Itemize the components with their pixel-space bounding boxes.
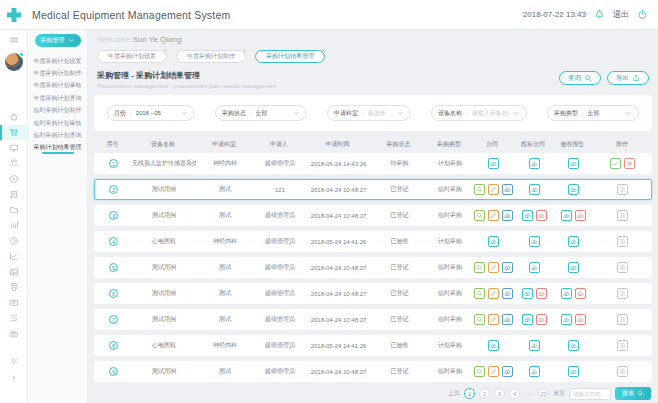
- module-dropdown-button[interactable]: 采购管理: [35, 34, 81, 47]
- doc-button[interactable]: [617, 236, 628, 247]
- page-number-button[interactable]: 1: [464, 388, 475, 399]
- rail-item-bar-chart[interactable]: [0, 218, 27, 234]
- page-jump-input[interactable]: [569, 388, 611, 400]
- edit-button[interactable]: [488, 184, 499, 195]
- tab-pill[interactable]: 年度采购计划制作: [176, 50, 246, 63]
- upload-button[interactable]: [568, 340, 579, 351]
- upload-button[interactable]: [522, 314, 533, 325]
- rail-item-home[interactable]: [0, 109, 27, 125]
- rail-item-building[interactable]: [0, 187, 27, 203]
- confirm-button[interactable]: [610, 158, 621, 169]
- export-action-button[interactable]: 导出: [607, 71, 649, 85]
- table-row[interactable]: 2测试用例测试1212018-04-24 10:48:27已登记临时采购: [94, 179, 652, 200]
- edit-button[interactable]: [488, 262, 499, 273]
- rail-item-users[interactable]: [0, 156, 27, 172]
- upload-button[interactable]: [568, 236, 579, 247]
- filter-select[interactable]: 采购状态|全部: [215, 105, 307, 121]
- sidebar-menu-item[interactable]: 年度采购计划制作: [28, 67, 87, 79]
- sidebar-menu-item[interactable]: 年度采购计划设置: [28, 55, 87, 67]
- page-number-button[interactable]: 3: [494, 388, 505, 399]
- table-row[interactable]: 6测试用例测试超级管理员2018-04-24 10:48:27已登记临时采购: [94, 283, 652, 304]
- rail-item-printer[interactable]: [0, 280, 27, 296]
- delete-button[interactable]: [536, 314, 547, 325]
- rail-item-image[interactable]: [0, 264, 27, 280]
- upload-button[interactable]: [529, 366, 540, 377]
- doc-button[interactable]: [617, 210, 628, 221]
- delete-button[interactable]: [536, 210, 547, 221]
- view-button[interactable]: [474, 262, 485, 273]
- edit-button[interactable]: [488, 288, 499, 299]
- download-button[interactable]: [502, 314, 513, 325]
- table-row[interactable]: 1无线胎儿监护传感器系统神经内科超级管理员2018-05-24 14:43:26…: [94, 153, 652, 174]
- page-search-button[interactable]: 搜索: [615, 387, 651, 400]
- upload-button[interactable]: [561, 314, 572, 325]
- upload-button[interactable]: [529, 158, 540, 169]
- tab-pill[interactable]: 年度采购计划设置: [97, 50, 167, 63]
- tab-pill[interactable]: 采购计划结果管理: [255, 50, 325, 63]
- upload-button[interactable]: [568, 262, 579, 273]
- filter-select[interactable]: 月份|2018 - 05: [107, 105, 195, 121]
- delete-button[interactable]: [536, 288, 547, 299]
- filter-select[interactable]: 采购类型|全部: [547, 105, 639, 121]
- upload-button[interactable]: [568, 158, 579, 169]
- rail-item-package[interactable]: [0, 326, 27, 342]
- tab-close-button[interactable]: [242, 48, 247, 53]
- doc-button[interactable]: [617, 262, 628, 273]
- sidebar-menu-item[interactable]: 年度采购计划审核: [28, 80, 87, 92]
- last-page-button[interactable]: 末页: [553, 389, 565, 398]
- download-button[interactable]: [502, 184, 513, 195]
- edit-button[interactable]: [488, 314, 499, 325]
- upload-button[interactable]: [568, 184, 579, 195]
- rail-item-clock[interactable]: [0, 233, 27, 249]
- upload-button[interactable]: [529, 262, 540, 273]
- search-action-button[interactable]: 查询: [559, 71, 601, 85]
- sidebar-menu-item[interactable]: 临时采购计划审核: [28, 117, 87, 129]
- page-number-button[interactable]: 4: [509, 388, 520, 399]
- view-button[interactable]: [474, 288, 485, 299]
- delete-button[interactable]: [575, 288, 586, 299]
- edit-button[interactable]: [488, 366, 499, 377]
- upload-button[interactable]: [568, 366, 579, 377]
- doc-button[interactable]: [617, 288, 628, 299]
- upload-button[interactable]: [488, 158, 499, 169]
- view-button[interactable]: [474, 314, 485, 325]
- delete-button[interactable]: [575, 314, 586, 325]
- upload-button[interactable]: [561, 288, 572, 299]
- table-row[interactable]: 8心电图机神经内科超级管理员2018-05-24 14:41:26已验收计划采购: [94, 335, 652, 356]
- rail-item-monitor[interactable]: [0, 140, 27, 156]
- view-button[interactable]: [474, 184, 485, 195]
- doc-button[interactable]: [617, 340, 628, 351]
- upload-button[interactable]: [522, 288, 533, 299]
- view-button[interactable]: [474, 366, 485, 377]
- upload-button[interactable]: [488, 340, 499, 351]
- upload-button[interactable]: [488, 236, 499, 247]
- rail-item-chevron-right[interactable]: [9, 373, 19, 383]
- user-avatar[interactable]: [5, 53, 23, 71]
- table-row[interactable]: 3测试用例测试超级管理员2018-04-24 10:48:27已登记临时采购: [94, 205, 652, 226]
- rail-item-target[interactable]: [0, 171, 27, 187]
- doc-button[interactable]: [617, 184, 628, 195]
- upload-button[interactable]: [561, 210, 572, 221]
- page-number-button[interactable]: 20: [538, 388, 549, 399]
- cancel-button[interactable]: [624, 158, 635, 169]
- upload-button[interactable]: [529, 236, 540, 247]
- sidebar-menu-item[interactable]: 采购计划结果管理: [28, 142, 87, 154]
- logout-button[interactable]: 退出: [613, 9, 629, 20]
- table-row[interactable]: 5测试用例测试超级管理员2018-04-24 10:48:27已登记临时采购: [94, 257, 652, 278]
- rail-item-line-chart[interactable]: [0, 249, 27, 265]
- rail-item-cart[interactable]: [0, 125, 27, 141]
- rail-item-folder[interactable]: [0, 202, 27, 218]
- rail-item-gear[interactable]: [9, 356, 19, 366]
- edit-button[interactable]: [488, 210, 499, 221]
- tab-close-button[interactable]: [321, 48, 326, 53]
- power-icon[interactable]: [637, 9, 648, 20]
- upload-button[interactable]: [529, 184, 540, 195]
- view-button[interactable]: [474, 210, 485, 221]
- upload-button[interactable]: [529, 340, 540, 351]
- page-number-button[interactable]: 2: [479, 388, 490, 399]
- delete-button[interactable]: [575, 210, 586, 221]
- sidebar-menu-item[interactable]: 年度采购计划查询: [28, 92, 87, 104]
- upload-button[interactable]: [522, 210, 533, 221]
- table-row[interactable]: 9测试用例测试超级管理员2018-04-24 10:48:27已登记临时采购: [94, 361, 652, 382]
- prev-page-button[interactable]: 上页: [448, 389, 460, 398]
